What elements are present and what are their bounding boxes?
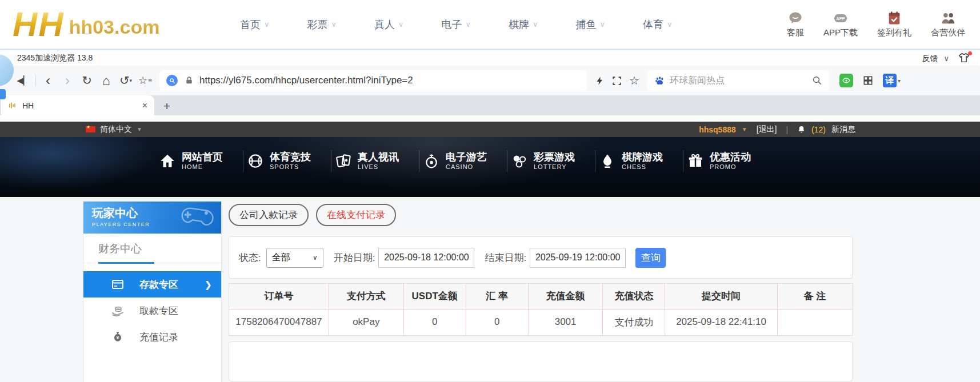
- start-date-input[interactable]: 2025-09-18 12:00:00: [378, 248, 474, 268]
- quick-link-label: 签到有礼: [877, 27, 911, 38]
- toolbar-divider: [35, 75, 36, 86]
- nav-item-sports[interactable]: 体育∨: [643, 18, 673, 31]
- partner-link[interactable]: 合营伙伴: [931, 10, 965, 38]
- messages-label[interactable]: 新消息: [831, 124, 855, 135]
- bookmarks-bar-button[interactable]: ☆≡: [135, 74, 155, 87]
- feedback-button[interactable]: 反馈 ∨: [922, 54, 949, 64]
- nav-item-home[interactable]: 首页∨: [240, 18, 270, 31]
- sidebar-item-label: 取款专区: [139, 304, 178, 317]
- nav-item-fishing[interactable]: 捕鱼∨: [576, 18, 606, 31]
- app-download-icon: APP: [833, 10, 849, 26]
- chevron-down-icon: ∨: [667, 20, 673, 29]
- collapse-sidebar-button[interactable]: ◀▏: [14, 75, 33, 86]
- reload-button[interactable]: ↻: [77, 74, 97, 87]
- nav-item-lottery[interactable]: 彩票∨: [307, 18, 337, 31]
- user-topbar: ★ 简体中文 ▼ hhsq5888 ▼ [退出] | (12) 新消息: [0, 122, 980, 137]
- checkin-gift-link[interactable]: 签到有礼: [877, 10, 911, 38]
- status-select[interactable]: 全部 ∨: [266, 248, 323, 268]
- apps-grid-button[interactable]: [862, 75, 874, 86]
- baidu-paw-icon: [654, 75, 665, 86]
- main-nav-chess[interactable]: 棋牌游戏CHESS: [595, 151, 683, 171]
- url-text[interactable]: https://yl675.com/hhcp/usercenter.html?i…: [199, 75, 413, 86]
- sidebar-item-withdraw[interactable]: 取款专区: [83, 297, 221, 324]
- tab-close-button[interactable]: ×: [142, 100, 147, 111]
- records-main: 公司入款记录 在线支付记录 状态: 全部 ∨ 开始日期: 2025-09-18 …: [229, 204, 853, 381]
- table-header-row: 订单号 支付方式 USDT金额 汇 率 充值金额 充值状态 提交时间 备 注: [229, 284, 852, 309]
- nav-label: 电子: [442, 18, 462, 31]
- main-nav-cn: 电子游艺: [446, 151, 487, 164]
- chevron-right-icon: ❯: [205, 279, 212, 290]
- main-nav-cn: 棋牌游戏: [622, 151, 663, 164]
- chevron-down-icon: ∨: [533, 20, 538, 29]
- bell-icon[interactable]: [797, 125, 806, 134]
- tab-company-deposit-records[interactable]: 公司入款记录: [229, 204, 309, 226]
- main-nav-cn: 网站首页: [182, 151, 223, 164]
- nav-label: 真人: [374, 18, 395, 31]
- browser-search-box[interactable]: 环球新闻热点: [647, 70, 829, 91]
- cell-submit-time: 2025-09-18 22:41:10: [665, 309, 777, 335]
- customer-service-link[interactable]: 客服: [787, 10, 804, 38]
- logout-button[interactable]: [退出]: [757, 124, 777, 135]
- forward-button[interactable]: ›: [58, 73, 77, 89]
- sidebar-item-recharge-records[interactable]: ¥ 充值记录: [83, 324, 221, 350]
- cell-usdt-amount: 0: [403, 309, 466, 335]
- main-nav-sports[interactable]: 体育竞技SPORTS: [243, 151, 331, 171]
- divider: |: [786, 125, 788, 134]
- roulette-icon: [423, 152, 440, 170]
- address-bar[interactable]: https://yl675.com/hhcp/usercenter.html?i…: [159, 70, 587, 91]
- translate-button[interactable]: 译 ▾: [883, 74, 901, 87]
- lock-icon[interactable]: [185, 76, 194, 85]
- section-divider: [83, 263, 221, 263]
- main-nav-lottery[interactable]: 彩票游戏LOTTERY: [507, 151, 595, 171]
- back-button[interactable]: ‹: [38, 73, 58, 89]
- nav-label: 首页: [240, 18, 261, 31]
- cell-exchange-rate: 0: [466, 309, 528, 335]
- nav-item-chess[interactable]: 棋牌∨: [509, 18, 538, 31]
- browser-tab-hh[interactable]: HH ×: [1, 95, 154, 115]
- tab-favicon: [8, 101, 17, 110]
- col-order-number: 订单号: [229, 284, 329, 309]
- nav-label: 彩票: [307, 18, 328, 31]
- sidebar-item-deposit[interactable]: 存款专区 ❯: [83, 271, 221, 297]
- end-date-input[interactable]: 2025-09-19 12:00:00: [530, 248, 626, 268]
- bookmark-star-icon[interactable]: ☆: [629, 74, 639, 87]
- table-row: 1758206470047887 okPay 0 0 3001 支付成功 202…: [229, 309, 852, 335]
- site-logo[interactable]: HH hh03.com: [13, 8, 213, 41]
- main-nav-en: CASINO: [446, 163, 487, 171]
- cell-payment-method: okPay: [329, 309, 403, 335]
- nav-item-electronic[interactable]: 电子∨: [442, 18, 471, 31]
- new-tab-button[interactable]: +: [163, 99, 170, 113]
- status-label: 状态:: [239, 251, 261, 264]
- quick-link-label: 客服: [787, 27, 804, 38]
- browser-side-widget[interactable]: [0, 89, 6, 99]
- nav-item-live[interactable]: 真人∨: [374, 18, 404, 31]
- username[interactable]: hhsq5888: [699, 125, 736, 134]
- hand-money-icon: [111, 304, 125, 317]
- chevron-down-icon: ∨: [264, 20, 270, 29]
- screenshot-icon[interactable]: [611, 75, 622, 86]
- home-button[interactable]: ⌂: [97, 73, 116, 89]
- query-button[interactable]: 查询: [635, 248, 666, 268]
- messages-count[interactable]: (12): [811, 125, 826, 134]
- main-site-nav: 网站首页HOME 体育竞技SPORTS 真人视讯LIVES 电子游艺CASINO…: [155, 150, 771, 172]
- money-bag-icon: ¥: [111, 330, 125, 344]
- safe-search-icon[interactable]: [166, 75, 178, 86]
- accelerate-icon[interactable]: [595, 75, 605, 86]
- recently-closed-button[interactable]: ↺▾: [116, 74, 135, 87]
- main-nav-promo[interactable]: 优惠活动PROMO: [683, 151, 771, 171]
- eye-protection-button[interactable]: [839, 74, 853, 87]
- search-keyword[interactable]: 环球新闻热点: [670, 75, 812, 87]
- language-selector[interactable]: ★ 简体中文 ▼: [86, 124, 142, 135]
- partners-icon: [940, 10, 956, 26]
- main-nav-en: LOTTERY: [534, 163, 575, 171]
- main-nav-casino[interactable]: 电子游艺CASINO: [419, 151, 507, 171]
- col-exchange-rate: 汇 率: [466, 284, 528, 309]
- search-icon[interactable]: [812, 75, 822, 86]
- browser-title: 2345加速浏览器 13.8: [17, 53, 93, 63]
- app-download-link[interactable]: APP APP下载: [823, 10, 858, 38]
- main-nav-home[interactable]: 网站首页HOME: [155, 151, 243, 171]
- tab-online-payment-records[interactable]: 在线支付记录: [316, 204, 396, 226]
- main-nav-lives[interactable]: 真人视讯LIVES: [331, 151, 419, 171]
- nav-label: 棋牌: [509, 18, 529, 31]
- theme-skin-button[interactable]: [958, 53, 970, 65]
